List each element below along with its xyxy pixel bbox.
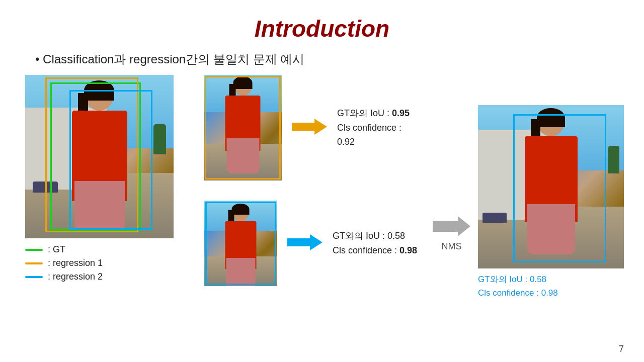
right-caption: GT와의 IoU : 0.58 Cls confidence : 0.98 <box>478 273 558 300</box>
right-arrow-image-block: NMS <box>433 105 624 300</box>
small-photo-top-container <box>204 75 282 180</box>
bbox-blue-small-bottom <box>205 202 276 285</box>
svg-marker-1 <box>287 234 323 250</box>
bbox-yellow-small-top <box>205 76 281 179</box>
top-row: GT와의 IoU : 0.95 Cls confidence : 0.92 <box>204 75 418 180</box>
legend-reg2: : regression 2 <box>25 272 174 282</box>
left-block: : GT : regression 1 : regression 2 <box>20 75 174 285</box>
page-number: 7 <box>619 344 624 354</box>
legend-gt-label: : GT <box>48 244 65 255</box>
arrow-blue <box>287 232 323 254</box>
bullet-text: • Classification과 regression간의 불일치 문제 예시 <box>20 47 624 72</box>
top-info-text: GT와의 IoU : 0.95 Cls confidence : 0.92 <box>337 106 418 149</box>
svg-marker-2 <box>433 216 470 236</box>
slide-title: Introduction <box>20 15 624 42</box>
nms-label: NMS <box>442 241 462 252</box>
legend: : GT : regression 1 : regression 2 <box>25 244 174 285</box>
orange-arrow-svg <box>292 117 327 137</box>
arrow-orange <box>292 117 327 139</box>
svg-marker-0 <box>292 119 327 135</box>
bbox-regression2-right <box>513 114 606 262</box>
top-iou-label: GT와의 IoU : <box>337 108 392 118</box>
legend-reg2-label: : regression 2 <box>48 272 103 282</box>
small-photo-bottom-container <box>204 201 277 286</box>
bbox-regression2-left <box>69 90 152 230</box>
left-image-container <box>25 75 174 238</box>
middle-section: GT와의 IoU : 0.95 Cls confidence : 0.92 <box>204 75 418 286</box>
legend-reg1-line <box>25 262 43 264</box>
bottom-row: GT와의 IoU : 0.58 Cls confidence : 0.98 <box>204 201 417 286</box>
bottom-cls-prefix: Cls confidence : <box>333 245 399 255</box>
main-content: : GT : regression 1 : regression 2 <box>20 75 624 300</box>
legend-gt: : GT <box>25 244 174 255</box>
right-image-container <box>478 105 624 268</box>
nms-arrow-area: NMS <box>433 214 470 252</box>
legend-gt-line <box>25 249 43 251</box>
right-image-block: GT와의 IoU : 0.58 Cls confidence : 0.98 <box>478 105 624 300</box>
right-caption-iou: GT와의 IoU : 0.58 <box>478 275 546 284</box>
slide-title-area: Introduction <box>20 0 624 47</box>
nms-arrow-svg <box>433 214 470 239</box>
blue-arrow-svg <box>287 232 323 252</box>
right-caption-cls: Cls confidence : 0.98 <box>478 288 558 298</box>
top-cls-label: Cls confidence : 0.92 <box>337 123 401 147</box>
top-iou-value: 0.95 <box>392 108 410 118</box>
bottom-iou-label: GT와의 IoU : 0.58 <box>333 231 405 241</box>
bottom-info-text: GT와의 IoU : 0.58 Cls confidence : 0.98 <box>333 229 417 258</box>
legend-reg2-line <box>25 276 43 278</box>
bottom-cls-value: 0.98 <box>399 245 417 255</box>
legend-reg1-label: : regression 1 <box>48 258 103 268</box>
legend-reg1: : regression 1 <box>25 258 174 268</box>
